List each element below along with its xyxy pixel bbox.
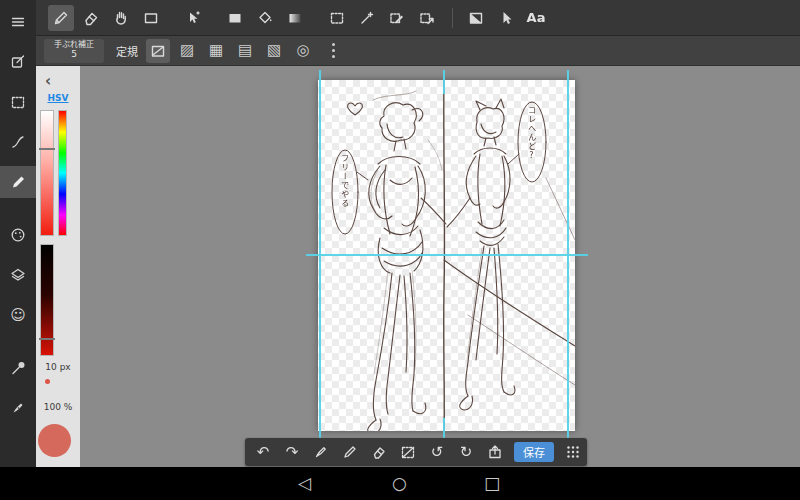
sidebar-item-pencil[interactable] bbox=[0, 166, 36, 198]
rotate-cw-button[interactable]: ↻ bbox=[456, 441, 476, 463]
ruler-concentric-button[interactable]: ◎ bbox=[291, 39, 315, 63]
hsv-mode-label[interactable]: HSV bbox=[36, 93, 80, 103]
gradient-icon bbox=[286, 9, 304, 27]
edit-note-icon bbox=[9, 53, 27, 71]
top-toolbar: Aa bbox=[36, 0, 800, 36]
ruler-diagonal-button[interactable]: ▧ bbox=[262, 39, 286, 63]
cursor-tool-button[interactable] bbox=[493, 5, 519, 31]
brush-tool-button[interactable] bbox=[48, 5, 74, 31]
select-rect-tool-button[interactable] bbox=[324, 5, 350, 31]
bucket-tool-button[interactable] bbox=[252, 5, 278, 31]
magic-wand-tool-button[interactable] bbox=[354, 5, 380, 31]
halftone-icon bbox=[467, 9, 485, 27]
eraser-button[interactable] bbox=[369, 441, 389, 463]
pencil-button[interactable] bbox=[340, 441, 360, 463]
nav-home-button[interactable]: ○ bbox=[392, 473, 407, 493]
saturation-marker bbox=[39, 148, 55, 150]
undo-button[interactable]: ↶ bbox=[253, 441, 273, 463]
grid-button[interactable] bbox=[563, 441, 583, 463]
sidebar-item-select[interactable] bbox=[0, 86, 36, 118]
hue-bar[interactable] bbox=[58, 110, 67, 236]
pen-icon bbox=[312, 443, 330, 461]
color-panel: ‹ HSV 10 px 100 % bbox=[36, 66, 80, 467]
ruler-toolbar: 手ぶれ補正 5 定規 ▨ ▦ ▤ ▧ ◎ bbox=[36, 36, 800, 66]
gradient-tool-button[interactable] bbox=[282, 5, 308, 31]
hatch-ruler-icon: ▨ bbox=[180, 43, 194, 58]
pencil-icon bbox=[341, 443, 359, 461]
smiley-icon: ☺ bbox=[10, 308, 26, 323]
save-button[interactable]: 保存 bbox=[514, 442, 554, 462]
dashed-selection-icon bbox=[328, 9, 346, 27]
ruler-hatch-button[interactable]: ▨ bbox=[175, 39, 199, 63]
eyedropper-icon bbox=[9, 359, 27, 377]
ruler-snap-icon bbox=[149, 42, 167, 60]
tone-tool-button[interactable] bbox=[463, 5, 489, 31]
rotate-ccw-button[interactable]: ↺ bbox=[427, 441, 447, 463]
selection-move-icon bbox=[418, 9, 436, 27]
eraser-tool-button[interactable] bbox=[78, 5, 104, 31]
save-label: 保存 bbox=[523, 444, 545, 460]
sidebar-item-layers[interactable] bbox=[0, 259, 36, 291]
rotate-cw-icon: ↻ bbox=[460, 445, 473, 460]
transform-tool-button[interactable] bbox=[180, 5, 206, 31]
deselect-button[interactable] bbox=[398, 441, 418, 463]
cursor-arrow-icon bbox=[497, 9, 515, 27]
redo-icon: ↷ bbox=[286, 445, 299, 460]
undo-icon: ↶ bbox=[257, 445, 270, 460]
toolbar-divider bbox=[452, 8, 453, 28]
value-marker bbox=[39, 338, 55, 340]
brush-size-preview-dot bbox=[45, 379, 50, 384]
guide-horizontal-center[interactable] bbox=[306, 254, 588, 256]
android-nav-bar: ◁ ○ □ bbox=[0, 467, 800, 500]
ruler-hlines-button[interactable]: ▤ bbox=[233, 39, 257, 63]
ruler-snap-button[interactable] bbox=[146, 39, 170, 63]
saturation-bar[interactable] bbox=[40, 110, 54, 236]
sidebar-item-eyedropper[interactable] bbox=[0, 352, 36, 384]
guide-vertical-left[interactable] bbox=[319, 70, 321, 444]
layers-icon bbox=[9, 266, 27, 284]
rectangle-icon bbox=[142, 9, 160, 27]
diagonal-ruler-icon: ▧ bbox=[267, 43, 281, 58]
opacity-label[interactable]: 100 % bbox=[36, 402, 80, 412]
pen-nib-icon bbox=[9, 399, 27, 417]
selection-pen-icon bbox=[388, 9, 406, 27]
paint-bucket-icon bbox=[256, 9, 274, 27]
pen-button[interactable] bbox=[311, 441, 331, 463]
export-icon bbox=[486, 443, 504, 461]
filled-square-icon bbox=[226, 9, 244, 27]
bottom-toolbar: ↶ ↷ ↺ ↻ 保存 bbox=[245, 438, 587, 466]
brush-size-label[interactable]: 10 px bbox=[36, 362, 80, 372]
guide-vertical-right[interactable] bbox=[567, 70, 569, 444]
curve-icon bbox=[9, 133, 27, 151]
sidebar-item-menu[interactable] bbox=[0, 6, 36, 38]
text-tool-button[interactable]: Aa bbox=[523, 5, 549, 31]
hand-tool-button[interactable] bbox=[108, 5, 134, 31]
nav-back-button[interactable]: ◁ bbox=[298, 473, 311, 493]
nav-recent-button[interactable]: □ bbox=[484, 473, 500, 493]
sidebar-item-face[interactable]: ☺ bbox=[0, 299, 36, 331]
sidebar-item-edit[interactable] bbox=[0, 46, 36, 78]
grid-dots-icon bbox=[564, 443, 582, 461]
brush-color-preview[interactable] bbox=[38, 424, 71, 457]
select-pen-tool-button[interactable] bbox=[384, 5, 410, 31]
speech-bubble-text-left: フリーでやる bbox=[339, 154, 348, 208]
ruler-label: 定規 bbox=[116, 43, 138, 59]
app-window: Aa 手ぶれ補正 5 定規 ▨ ▦ ▤ ▧ ◎ bbox=[0, 0, 800, 500]
concentric-ruler-icon: ◎ bbox=[296, 43, 309, 58]
ruler-grid-button[interactable]: ▦ bbox=[204, 39, 228, 63]
select-move-tool-button[interactable] bbox=[414, 5, 440, 31]
palette-icon bbox=[9, 226, 27, 244]
redo-button[interactable]: ↷ bbox=[282, 441, 302, 463]
stabilizer-button[interactable]: 手ぶれ補正 5 bbox=[44, 39, 104, 63]
magic-wand-icon bbox=[358, 9, 376, 27]
eraser-icon bbox=[82, 9, 100, 27]
export-button[interactable] bbox=[485, 441, 505, 463]
collapse-panel-button[interactable]: ‹ bbox=[45, 74, 51, 89]
sidebar-item-palette[interactable] bbox=[0, 219, 36, 251]
shape-tool-button[interactable] bbox=[138, 5, 164, 31]
overflow-menu-button[interactable] bbox=[323, 39, 343, 63]
fill-rect-tool-button[interactable] bbox=[222, 5, 248, 31]
sidebar-item-pen[interactable] bbox=[0, 392, 36, 424]
pencil-icon bbox=[9, 173, 27, 191]
sidebar-item-curve[interactable] bbox=[0, 126, 36, 158]
